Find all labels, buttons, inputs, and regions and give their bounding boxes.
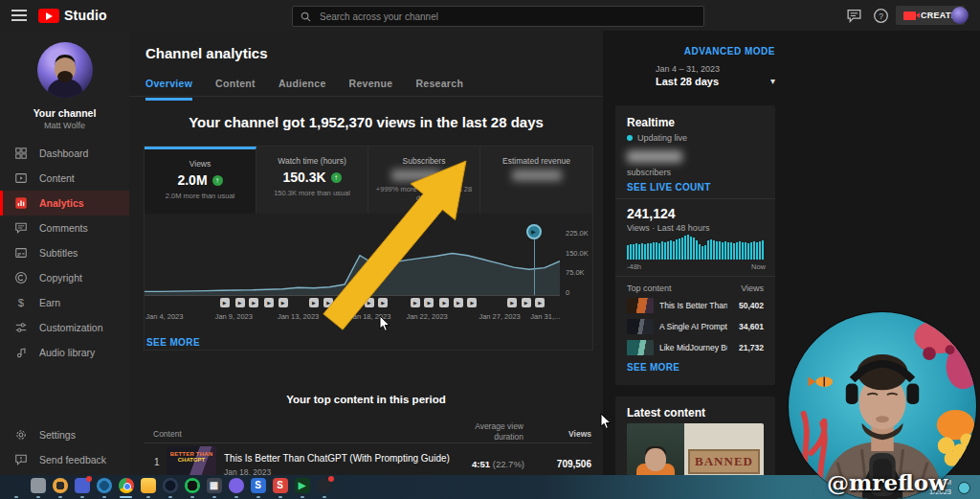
realtime-bar — [641, 243, 643, 260]
sidebar-item-comments[interactable]: Comments — [0, 215, 129, 240]
sidebar-item-settings[interactable]: Settings — [0, 422, 129, 447]
realtime-bar — [747, 243, 749, 260]
video-publish-marker-icon[interactable]: ▶ — [249, 298, 258, 307]
search-bar[interactable] — [292, 6, 704, 27]
video-publish-marker-icon[interactable]: ▶ — [220, 298, 230, 307]
metric-card-watch-time[interactable]: Watch time (hours) 150.3K↑ 150.3K more t… — [256, 147, 368, 214]
tab-research[interactable]: Research — [415, 78, 463, 101]
sidebar-item-earn[interactable]: $ Earn — [0, 290, 129, 315]
hamburger-menu-icon[interactable] — [11, 10, 27, 21]
video-publish-marker-icon[interactable]: ▶ — [264, 298, 274, 307]
realtime-bar — [673, 241, 675, 260]
advanced-mode-link[interactable]: ADVANCED MODE — [615, 46, 775, 57]
realtime-content-row[interactable]: Like MidJourney But Unl... 21,732 — [627, 339, 764, 356]
sidebar-item-copyright[interactable]: Copyright — [0, 265, 129, 290]
sidebar-item-content[interactable]: Content — [0, 166, 129, 191]
video-title[interactable]: This Is Better Than ChatGPT (With Prompt… — [224, 453, 450, 464]
taskbar-app-dark[interactable] — [162, 476, 178, 498]
realtime-bar — [667, 241, 669, 260]
video-publish-marker-icon[interactable]: ▶ — [507, 298, 517, 307]
taskbar-app-blue-s[interactable]: S — [250, 476, 266, 498]
tab-audience[interactable]: Audience — [278, 78, 326, 101]
realtime-content-row[interactable]: A Single AI Prompt Built ... 34,601 — [627, 318, 764, 335]
taskbar-calculator[interactable]: ▦ — [206, 476, 222, 498]
video-publish-marker-icon[interactable]: ▶ — [467, 298, 477, 307]
taskbar-app-video-call-icon — [75, 478, 90, 493]
table-divider — [144, 442, 591, 443]
video-publish-marker-icon[interactable]: ▶ — [365, 298, 374, 307]
taskbar-file-explorer[interactable] — [140, 476, 156, 498]
x-axis-tick-label: Jan 31,... — [530, 312, 560, 321]
taskbar-calculator-icon: ▦ — [207, 478, 222, 493]
video-publish-marker-icon[interactable]: ▶ — [278, 298, 288, 307]
realtime-views-column-label: Views — [721, 284, 764, 293]
youtube-studio-logo[interactable]: Studio — [38, 8, 107, 23]
video-publish-marker-icon[interactable]: ▶ — [454, 298, 463, 307]
realtime-bar — [742, 242, 744, 260]
date-range-picker[interactable]: Jan 4 – 31, 2023 Last 28 days ▾ — [656, 64, 775, 87]
realtime-content-row[interactable]: This Is Better Than Chat... 50,402 — [627, 297, 764, 314]
video-publish-marker-icon[interactable]: ▶ — [323, 298, 333, 307]
taskbar-app-amber[interactable] — [52, 476, 68, 498]
taskbar-spotify[interactable] — [184, 476, 200, 498]
tab-content[interactable]: Content — [215, 78, 256, 101]
search-input[interactable] — [318, 11, 696, 23]
video-publish-marker-icon[interactable]: ▶ — [522, 298, 531, 307]
sidebar-item-analytics[interactable]: Analytics — [0, 191, 129, 215]
realtime-bar — [630, 244, 632, 260]
dashboard-icon — [14, 147, 28, 160]
video-publish-marker-icon[interactable]: ▶ — [424, 298, 434, 307]
avg-view-duration-cell: 4:51 (22.7%) — [450, 459, 524, 469]
taskbar-app-blue[interactable] — [96, 476, 112, 498]
realtime-top-content-label: Top content — [627, 284, 672, 293]
metric-card-estimated-revenue[interactable]: Estimated revenue — [480, 147, 592, 214]
realtime-bar — [713, 240, 715, 260]
help-icon[interactable]: ? — [873, 8, 889, 24]
metric-card-subscribers[interactable]: Subscribers +999% more than previous 28 … — [368, 147, 480, 214]
taskbar-chrome[interactable] — [118, 476, 134, 498]
see-live-count-link[interactable]: SEE LIVE COUNT — [627, 182, 711, 193]
tab-overview[interactable]: Overview — [145, 78, 192, 101]
sidebar-item-subtitles[interactable]: Subtitles — [0, 240, 129, 265]
taskbar-app-purple[interactable] — [228, 476, 244, 498]
sidebar-item-audio-library[interactable]: Audio library — [0, 340, 129, 365]
feedback-icon[interactable] — [846, 8, 862, 24]
realtime-axis: -48hNow — [627, 262, 766, 271]
realtime-bar — [681, 238, 683, 260]
video-publish-marker-icon[interactable]: ▶ — [411, 298, 420, 307]
start-button[interactable] — [8, 476, 24, 498]
video-publish-marker-icon[interactable]: ▶ — [439, 298, 449, 307]
channel-avatar[interactable] — [37, 42, 93, 98]
video-publish-highlight-icon[interactable]: ▶ — [526, 224, 542, 239]
video-publish-marker-icon[interactable]: ▶ — [309, 298, 319, 307]
video-publish-marker-icon[interactable]: ▶ — [378, 298, 388, 307]
video-publish-marker-icon[interactable]: ▶ — [535, 298, 545, 307]
taskbar-app-red-s[interactable]: S — [272, 476, 288, 498]
see-more-link[interactable]: SEE MORE — [146, 337, 200, 348]
video-publish-marker-icon[interactable]: ▶ — [235, 298, 245, 307]
taskbar-app-green-play[interactable]: ▶ — [294, 476, 310, 498]
sidebar-item-send-feedback[interactable]: Send feedback — [0, 447, 129, 472]
subtitles-icon — [14, 246, 28, 260]
views-line-chart[interactable] — [145, 236, 560, 295]
y-axis-tick-label: 225.0K — [566, 229, 589, 238]
taskbar-obs[interactable] — [316, 476, 332, 498]
video-thumbnail[interactable]: BETTER THAN CHATGPT — [167, 446, 216, 475]
sidebar-item-customization[interactable]: Customization — [0, 315, 129, 340]
updating-live-status: Updating live — [627, 133, 687, 143]
metric-card-views[interactable]: Views 2.0M↑ 2.0M more than usual — [145, 147, 256, 214]
svg-text:$: $ — [18, 297, 25, 308]
revenue-value-blurred — [512, 170, 562, 181]
realtime-see-more-link[interactable]: SEE MORE — [627, 362, 679, 373]
search-icon — [301, 11, 311, 22]
realtime-bar — [644, 244, 646, 260]
notification-badge[interactable] — [958, 482, 970, 494]
taskbar-app-green-play-icon: ▶ — [295, 478, 310, 493]
realtime-bar — [733, 243, 735, 260]
tab-revenue[interactable]: Revenue — [349, 78, 393, 101]
taskbar-app-video-call[interactable] — [74, 476, 90, 498]
sidebar-item-dashboard[interactable]: Dashboard — [0, 141, 129, 166]
video-publish-marker-icon[interactable]: ▶ — [350, 298, 360, 307]
account-avatar[interactable] — [951, 7, 969, 24]
taskbar-app-window[interactable] — [30, 476, 46, 498]
